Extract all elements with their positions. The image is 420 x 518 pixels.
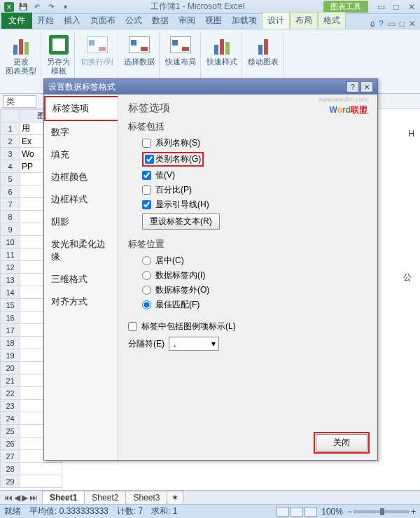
new-sheet-button[interactable]: ✶ xyxy=(167,491,183,504)
category-name-checkbox[interactable] xyxy=(145,153,154,165)
maximize-icon[interactable]: □ xyxy=(391,2,402,12)
nav-fill[interactable]: 填充 xyxy=(44,144,118,166)
select-all-corner[interactable] xyxy=(1,110,20,122)
page-break-view-icon[interactable] xyxy=(304,507,317,517)
dialog-close-icon[interactable]: ✕ xyxy=(360,81,373,92)
sheet-tab-3[interactable]: Sheet3 xyxy=(125,491,167,504)
doc-close-icon[interactable]: ✕ xyxy=(409,19,416,29)
value-checkbox[interactable] xyxy=(142,171,151,180)
excel-app-icon[interactable]: X xyxy=(3,1,15,13)
word-logo-watermark: Word联盟 xyxy=(330,100,368,116)
tab-page-layout[interactable]: 页面布 xyxy=(85,13,120,29)
normal-view-icon[interactable] xyxy=(276,507,289,517)
tab-home[interactable]: 开始 xyxy=(32,13,59,29)
nav-3d[interactable]: 三维格式 xyxy=(44,268,118,290)
close-button[interactable]: 关闭 xyxy=(316,434,368,451)
prev-sheet-icon[interactable]: ◀ xyxy=(14,493,20,503)
label-position-heading: 标签位置 xyxy=(128,238,368,251)
dialog-title: 设置数据标签格式 xyxy=(48,81,115,93)
sheet-tab-2[interactable]: Sheet2 xyxy=(84,491,126,504)
dialog-main-panel: www.wordlm.com Word联盟 标签选项 标签包括 系列名称(S) … xyxy=(118,94,377,460)
dialog-help-icon[interactable]: ? xyxy=(346,81,359,92)
nav-border-style[interactable]: 边框样式 xyxy=(44,188,118,211)
tab-design[interactable]: 设计 xyxy=(262,12,290,29)
tab-formulas[interactable]: 公式 xyxy=(120,13,147,29)
nav-border-color[interactable]: 边框颜色 xyxy=(44,166,118,188)
undo-icon[interactable]: ↶ xyxy=(31,1,43,13)
position-center-radio[interactable] xyxy=(142,256,151,265)
separator-dropdown[interactable]: ,▾ xyxy=(169,337,219,351)
label-contains-heading: 标签包括 xyxy=(128,120,368,133)
sheet-tab-bar: ⏮ ◀ ▶ ⏭ Sheet1 Sheet2 Sheet3 ✶ xyxy=(0,490,420,504)
tab-layout[interactable]: 布局 xyxy=(290,12,318,29)
page-layout-view-icon[interactable] xyxy=(290,507,303,517)
doc-minimize-icon[interactable]: ▭ xyxy=(388,19,396,29)
minimize-icon[interactable]: ▭ xyxy=(375,2,386,12)
window-controls: ▭ □ ✕ xyxy=(375,2,417,12)
nav-glow[interactable]: 发光和柔化边缘 xyxy=(44,233,118,268)
close-window-icon[interactable]: ✕ xyxy=(406,2,417,12)
ribbon-tabs: 文件 开始 插入 页面布 公式 数据 审阅 视图 加载项 设计 布局 格式 ۵ … xyxy=(0,14,420,29)
nav-shadow[interactable]: 阴影 xyxy=(44,211,118,233)
status-count: 7 xyxy=(138,506,143,516)
help-icon[interactable]: ? xyxy=(379,19,384,29)
position-inside-radio[interactable] xyxy=(142,271,151,280)
qat-dropdown-icon[interactable]: ▾ xyxy=(59,1,71,13)
nav-align[interactable]: 对齐方式 xyxy=(44,290,118,313)
doc-restore-icon[interactable]: □ xyxy=(400,19,405,29)
row-header[interactable]: 1 xyxy=(1,122,20,135)
nav-number[interactable]: 数字 xyxy=(44,121,118,144)
include-legend-checkbox[interactable] xyxy=(128,322,137,331)
redo-icon[interactable]: ↷ xyxy=(45,1,57,13)
col-h-label: H xyxy=(408,129,414,139)
change-chart-type-button[interactable]: 更改 图表类型 xyxy=(1,32,41,90)
tab-format[interactable]: 格式 xyxy=(318,12,346,29)
percentage-checkbox[interactable] xyxy=(142,186,151,195)
status-bar: 就绪 平均值: 0.333333333 计数: 7 求和: 1 100% − + xyxy=(0,504,420,518)
last-sheet-icon[interactable]: ⏭ xyxy=(29,493,38,503)
tab-addins[interactable]: 加载项 xyxy=(227,13,262,29)
reset-label-text-button[interactable]: 重设标签文本(R) xyxy=(142,214,220,230)
dialog-titlebar[interactable]: 设置数据标签格式 ? ✕ xyxy=(44,79,377,94)
name-box[interactable]: 类 xyxy=(3,95,36,108)
chevron-down-icon: ▾ xyxy=(211,339,216,349)
status-average: 0.333333333 xyxy=(59,506,108,516)
nav-label-options[interactable]: 标签选项 xyxy=(44,96,118,121)
next-sheet-icon[interactable]: ▶ xyxy=(22,493,28,503)
first-sheet-icon[interactable]: ⏮ xyxy=(4,493,13,503)
window-title: 工作簿1 - Microsoft Excel xyxy=(71,1,323,13)
save-icon[interactable]: 💾 xyxy=(17,1,29,13)
titlebar: X 💾 ↶ ↷ ▾ 工作簿1 - Microsoft Excel 图表工具 ▭ … xyxy=(0,0,420,14)
minimize-ribbon-icon[interactable]: ۵ xyxy=(370,19,374,29)
leader-lines-checkbox[interactable] xyxy=(142,200,151,209)
separator-label: 分隔符(E) xyxy=(128,338,164,350)
position-bestfit-radio[interactable] xyxy=(142,300,151,309)
zoom-in-icon[interactable]: + xyxy=(411,507,416,517)
tab-data[interactable]: 数据 xyxy=(147,13,174,29)
status-sum: 1 xyxy=(173,506,178,516)
tab-insert[interactable]: 插入 xyxy=(59,13,85,29)
context-tool-label: 图表工具 xyxy=(323,1,368,13)
sheet-tab-1[interactable]: Sheet1 xyxy=(42,491,85,504)
zoom-slider[interactable] xyxy=(354,510,410,513)
dialog-nav: 标签选项 数字 填充 边框颜色 边框样式 阴影 发光和柔化边缘 三维格式 对齐方… xyxy=(44,94,118,460)
quick-access-toolbar: X 💾 ↶ ↷ ▾ xyxy=(3,1,71,13)
position-outside-radio[interactable] xyxy=(142,286,151,295)
tab-review[interactable]: 审阅 xyxy=(174,13,200,29)
format-data-labels-dialog: 设置数据标签格式 ? ✕ 标签选项 数字 填充 边框颜色 边框样式 阴影 发光和… xyxy=(43,78,378,461)
tab-file[interactable]: 文件 xyxy=(1,13,32,29)
series-name-checkbox[interactable] xyxy=(142,139,151,148)
status-ready: 就绪 xyxy=(4,505,21,517)
zoom-out-icon[interactable]: − xyxy=(347,507,352,517)
tab-view[interactable]: 视图 xyxy=(200,13,227,29)
zoom-level[interactable]: 100% xyxy=(321,507,343,517)
